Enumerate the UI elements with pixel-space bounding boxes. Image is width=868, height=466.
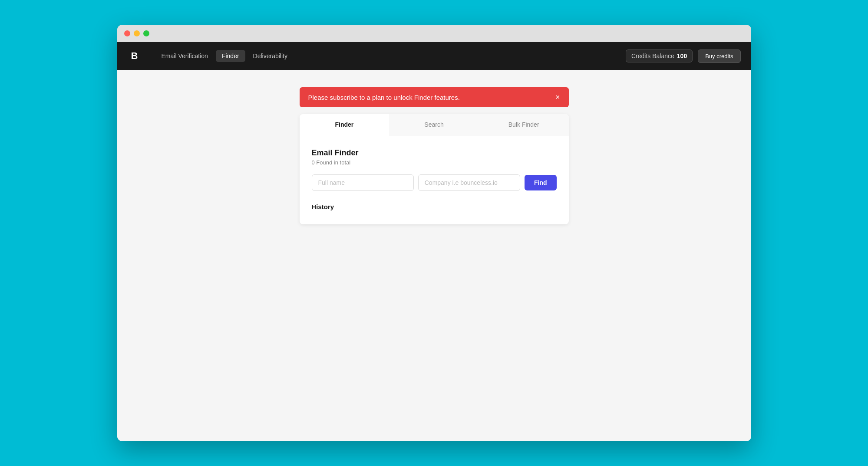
close-traffic-light[interactable] — [124, 30, 130, 36]
app-content: B Email Verification Finder Deliverabili… — [117, 42, 751, 441]
nav-email-verification[interactable]: Email Verification — [155, 50, 214, 62]
navbar: B Email Verification Finder Deliverabili… — [117, 42, 751, 70]
nav-right: Credits Balance 100 Buy credits — [626, 49, 741, 63]
minimize-traffic-light[interactable] — [134, 30, 140, 36]
find-button[interactable]: Find — [525, 175, 557, 190]
fullscreen-traffic-light[interactable] — [143, 30, 149, 36]
company-input[interactable] — [418, 174, 520, 191]
finder-card: Finder Search Bulk Finder Email Finder 0… — [300, 114, 569, 224]
content-container: Please subscribe to a plan to unlock Fin… — [300, 87, 569, 224]
alert-close-button[interactable]: × — [555, 93, 560, 101]
credits-label: Credits Balance — [631, 53, 674, 59]
browser-window: B Email Verification Finder Deliverabili… — [117, 25, 751, 441]
card-tabs: Finder Search Bulk Finder — [300, 114, 569, 136]
browser-titlebar — [117, 25, 751, 42]
card-body: Email Finder 0 Found in total Find Histo… — [300, 136, 569, 224]
alert-banner: Please subscribe to a plan to unlock Fin… — [300, 87, 569, 107]
buy-credits-button[interactable]: Buy credits — [698, 49, 740, 63]
alert-message: Please subscribe to a plan to unlock Fin… — [308, 94, 460, 101]
card-title: Email Finder — [312, 148, 557, 158]
search-row: Find — [312, 174, 557, 191]
nav-deliverability[interactable]: Deliverability — [247, 50, 294, 62]
nav-finder[interactable]: Finder — [216, 50, 245, 62]
tab-search[interactable]: Search — [389, 114, 479, 136]
tab-bulk-finder[interactable]: Bulk Finder — [479, 114, 569, 136]
full-name-input[interactable] — [312, 174, 414, 191]
main-content: Please subscribe to a plan to unlock Fin… — [117, 70, 751, 441]
history-title: History — [312, 203, 557, 210]
credits-balance: Credits Balance 100 — [626, 49, 693, 62]
card-subtitle: 0 Found in total — [312, 159, 557, 166]
tab-finder[interactable]: Finder — [300, 114, 389, 136]
credits-amount: 100 — [677, 53, 687, 59]
nav-links: Email Verification Finder Deliverability — [155, 50, 626, 62]
app-logo: B — [128, 49, 142, 63]
